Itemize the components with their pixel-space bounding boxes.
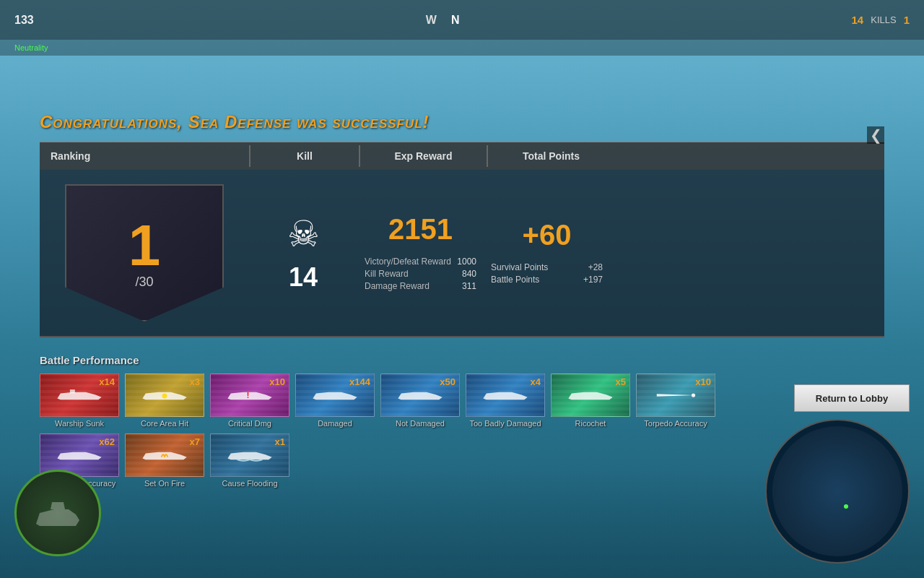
ricochet-label: Ricochet	[575, 419, 606, 428]
perf-critical-dmg: ! x10 Critical Dmg	[210, 374, 289, 428]
top-hud: 133 W N 14 KILLS 1	[0, 0, 924, 40]
header-total: Total Points	[488, 150, 614, 162]
compass-w: W	[426, 14, 437, 27]
perf-ricochet: x5 Ricochet	[551, 374, 630, 428]
secondary-count: x62	[99, 436, 115, 447]
total-row-survival: Survival Points +28	[491, 262, 603, 272]
perf-fire: x7 Set On Fire	[125, 434, 204, 488]
total-label-battle: Battle Points	[491, 275, 539, 285]
exp-label-kill: Kill Reward	[365, 269, 409, 279]
warship-sunk-box: x14	[40, 374, 119, 417]
avatar-ship	[29, 484, 87, 542]
toobadly-count: x4	[531, 376, 541, 387]
warship-sunk-label: Warship Sunk	[55, 419, 104, 428]
battle-perf-section: Battle Performance x14 Warship Sunk	[40, 354, 884, 493]
core-count: x3	[190, 376, 200, 387]
close-button[interactable]: ❮	[867, 126, 884, 144]
perf-not-damaged: x50 Not Damaged	[380, 374, 460, 428]
status-text: Neutrality	[14, 43, 48, 52]
score-display: 1	[904, 14, 910, 26]
perf-flood: x1 Cause Flooding	[210, 434, 289, 488]
exp-value-damage: 311	[462, 281, 476, 291]
perf-too-badly: x4 Too Badly Damaged	[466, 374, 545, 428]
perf-icons-row-2: x62 Secondary Accuracy x7 Set On Fire	[40, 434, 884, 488]
critical-count: x10	[269, 376, 285, 387]
timer-display: 133	[14, 14, 34, 27]
rank-badge: 1 /30	[65, 184, 224, 322]
compass-n: N	[451, 14, 460, 27]
notdamaged-count: x50	[440, 376, 456, 387]
damaged-count: x144	[349, 376, 370, 387]
notdamaged-label: Not Damaged	[396, 419, 445, 428]
exp-breakdown: Victory/Defeat Reward 1000 Kill Reward 8…	[365, 256, 476, 293]
torpedo-label: Torpedo Accuracy	[644, 419, 707, 428]
fire-box: x7	[125, 434, 204, 477]
compass-letters: W N	[426, 14, 460, 27]
toobadly-label: Too Badly Damaged	[469, 419, 541, 428]
fire-label: Set On Fire	[144, 479, 185, 488]
result-content: 1 /30 ☠ 14 2151 Victory/Defeat Reward 10…	[40, 170, 884, 337]
ricochet-box: x5	[551, 374, 630, 417]
perf-damaged: x144 Damaged	[295, 374, 375, 428]
rank-total: /30	[135, 275, 153, 290]
total-label-survival: Survival Points	[491, 262, 548, 272]
header-exp: Exp Reward	[360, 150, 487, 162]
total-main-value: +60	[523, 219, 572, 251]
exp-section: 2151 Victory/Defeat Reward 1000 Kill Rew…	[357, 199, 484, 308]
flood-box: x1	[210, 434, 289, 477]
battle-perf-title: Battle Performance	[40, 354, 884, 366]
exp-label-victory: Victory/Defeat Reward	[365, 256, 451, 267]
perf-core-area-hit: x3 Core Area Hit	[125, 374, 204, 428]
total-value-survival: +28	[588, 262, 603, 272]
kill-count-display: 14	[289, 262, 318, 293]
exp-value-victory: 1000	[457, 256, 476, 267]
exp-row-victory: Victory/Defeat Reward 1000	[365, 256, 476, 267]
notdamaged-box: x50	[380, 374, 460, 417]
result-headers: Ranking Kill Exp Reward Total Points	[40, 141, 884, 170]
exp-row-kill: Kill Reward 840	[365, 269, 476, 279]
warship-count: x14	[99, 376, 115, 387]
torpedo-count: x10	[695, 376, 711, 387]
header-kill: Kill	[250, 150, 359, 162]
exp-row-damage: Damage Reward 311	[365, 281, 476, 291]
fire-count: x7	[190, 436, 200, 447]
skull-icon: ☠	[287, 213, 320, 255]
exp-main-value: 2151	[388, 213, 453, 246]
compass-bar: W N	[426, 14, 460, 27]
avatar-circle	[14, 470, 101, 556]
return-to-lobby-button[interactable]: Return to Lobby	[794, 384, 910, 412]
perf-warship-sunk: x14 Warship Sunk	[40, 374, 119, 428]
exp-value-kill: 840	[462, 269, 476, 279]
flood-label: Cause Flooding	[222, 479, 277, 488]
critical-label: Critical Dmg	[228, 419, 271, 428]
hud-right: 14 KILLS 1	[852, 14, 910, 26]
torpedo-box: x10	[636, 374, 715, 417]
perf-torpedo: x10 Torpedo Accuracy	[636, 374, 715, 428]
minimap-player-dot	[844, 504, 848, 509]
damaged-box: x144	[295, 374, 375, 417]
minimap	[765, 419, 910, 564]
flood-count: x1	[275, 436, 285, 447]
total-value-battle: +197	[583, 275, 603, 285]
core-area-label: Core Area Hit	[141, 419, 188, 428]
kill-section: ☠ 14	[249, 199, 357, 307]
rank-section: 1 /30	[40, 170, 249, 336]
result-panel: Congratulations, Sea Defense was success…	[40, 112, 884, 337]
critical-box: ! x10	[210, 374, 289, 417]
core-area-box: x3	[125, 374, 204, 417]
kills-label: KILLS	[871, 14, 896, 25]
exp-label-damage: Damage Reward	[365, 281, 430, 291]
total-breakdown: Survival Points +28 Battle Points +197	[491, 262, 603, 287]
perf-icons-row-1: x14 Warship Sunk x3 Core Area Hit !	[40, 374, 884, 428]
minimap-inner	[772, 426, 902, 556]
ricochet-count: x5	[616, 376, 626, 387]
rank-number: 1	[128, 217, 161, 275]
total-row-battle: Battle Points +197	[491, 275, 603, 285]
status-bar: Neutrality	[0, 40, 924, 56]
damaged-label: Damaged	[318, 419, 352, 428]
header-ranking: Ranking	[40, 150, 249, 162]
toobadly-box: x4	[466, 374, 545, 417]
congrats-message: Congratulations, Sea Defense was success…	[40, 112, 884, 132]
total-section: +60 Survival Points +28 Battle Points +1…	[484, 204, 610, 301]
kill-count: 14	[852, 14, 864, 26]
